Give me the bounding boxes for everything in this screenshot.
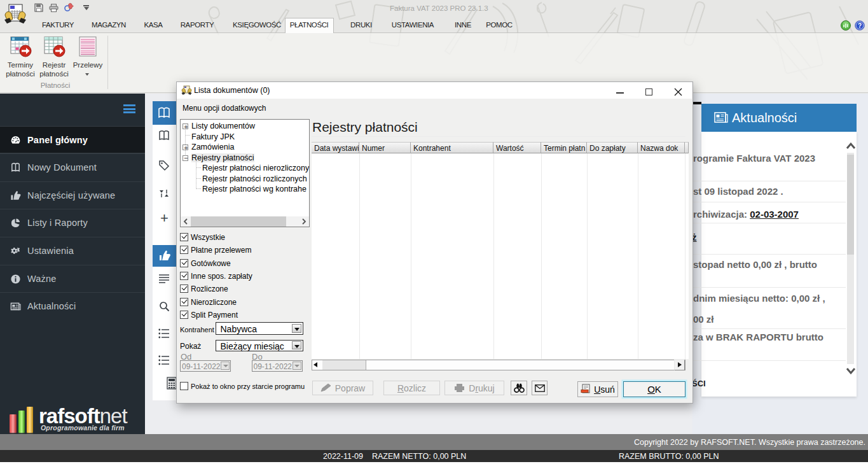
- svg-text:?: ?: [858, 22, 862, 29]
